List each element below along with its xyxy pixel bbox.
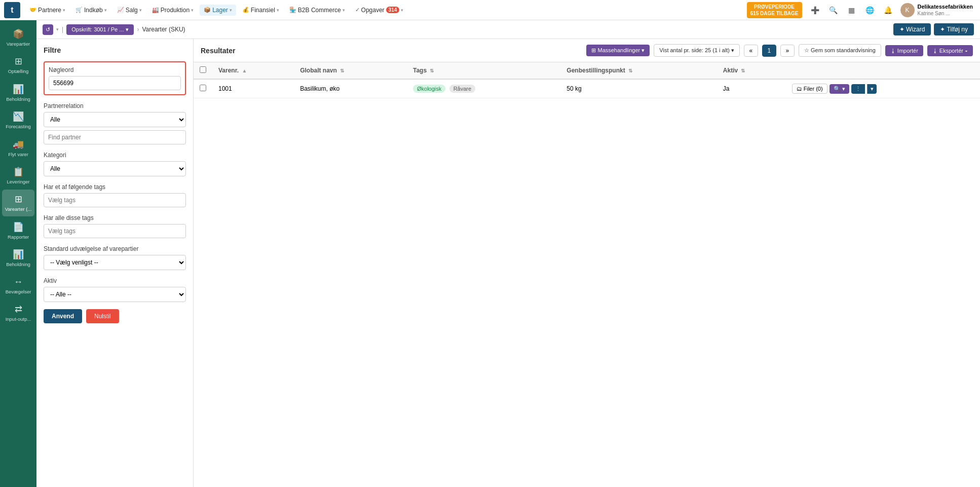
- opgaver-badge: 314: [386, 7, 400, 13]
- nav-label-opgaver: Opgaver: [361, 7, 385, 14]
- select-all-header[interactable]: [194, 62, 212, 79]
- sidebar-item-optaelling[interactable]: ⊞ Optælling: [2, 52, 34, 78]
- has-some-tags-input[interactable]: [44, 193, 186, 207]
- sort-arrow-aktiv: ⇅: [741, 68, 745, 73]
- files-button[interactable]: 🗂 Filer (0): [792, 84, 827, 94]
- apply-filter-button[interactable]: Anvend: [44, 309, 82, 323]
- page-size-button[interactable]: Vist antal pr. side: 25 (1 i alt) ▾: [654, 44, 740, 57]
- sidebar-item-input-outp[interactable]: ⇄ Input-outp...: [2, 299, 34, 326]
- category-select[interactable]: Alle: [44, 161, 186, 176]
- partnere-icon: 🤝: [29, 7, 36, 13]
- has-all-tags-input[interactable]: [44, 224, 186, 238]
- leveringer-icon: 📋: [13, 166, 24, 177]
- results-table: Varenr. ▲ Globalt navn ⇅ Tags ⇅: [194, 62, 980, 98]
- filter-actions: Anvend Nulstil: [44, 309, 186, 323]
- sidebar-item-beholdning2[interactable]: 📊 Beholdning: [2, 245, 34, 271]
- col-varenr[interactable]: Varenr. ▲: [212, 62, 294, 79]
- barcode-icon[interactable]: ▦: [845, 3, 859, 17]
- active-select[interactable]: -- Alle --: [44, 287, 186, 302]
- pagination-next-button[interactable]: »: [780, 45, 795, 57]
- mass-actions-button[interactable]: ⊞ Massehandlinger ▾: [586, 45, 650, 56]
- b2b-icon: 🏪: [289, 7, 296, 13]
- sidebar-item-rapporter[interactable]: 📄 Rapporter: [2, 217, 34, 244]
- col-aktiv[interactable]: Aktiv ⇅: [717, 62, 786, 79]
- sort-arrow-genbestilling: ⇅: [628, 68, 632, 73]
- pagination-page-button[interactable]: 1: [762, 45, 776, 57]
- select-all-checkbox[interactable]: [200, 66, 206, 73]
- row-checkbox[interactable]: [200, 85, 206, 91]
- sidebar-item-bevaegelser[interactable]: ↔ Bevægelser: [2, 273, 34, 298]
- nav-item-lager[interactable]: 📦 Lager ▾: [200, 5, 236, 16]
- pagination-prev-button[interactable]: «: [744, 45, 758, 57]
- row-search-button[interactable]: 🔍 ▾: [830, 84, 849, 94]
- row-aktiv: Ja: [717, 79, 786, 98]
- keyword-input[interactable]: [49, 76, 181, 90]
- row-genbestillingspunkt: 50 kg: [560, 79, 717, 98]
- import-button[interactable]: ⭳ Importér: [885, 45, 923, 56]
- user-info: Delikatessefabrikken Katrine Søn ...: [918, 3, 973, 17]
- trial-badge: PRØVEPERIODE 615 DAGE TILBAGE: [747, 2, 802, 18]
- add-icon[interactable]: ➕: [808, 3, 822, 17]
- indkob-icon: 🛒: [76, 7, 83, 13]
- nav-label-b2b: B2B Commerce: [298, 7, 341, 14]
- search-icon[interactable]: 🔍: [826, 3, 841, 17]
- active-filter-group: Aktiv -- Alle --: [44, 277, 186, 302]
- export-button[interactable]: ⭳ Eksportér ▾: [927, 45, 973, 56]
- user-menu[interactable]: K Delikatessefabrikken Katrine Søn ...: [897, 2, 976, 18]
- find-partner-input[interactable]: [44, 130, 186, 144]
- beholdning-icon: 📊: [13, 84, 24, 95]
- has-all-tags-group: Har alle disse tags: [44, 214, 186, 238]
- sidebar-item-flyt-varer[interactable]: 🚚 Flyt varer: [2, 135, 34, 161]
- nav-item-salg[interactable]: 📈 Salg ▾: [113, 5, 146, 16]
- results-area: Resultater ⊞ Massehandlinger ▾ Vist anta…: [194, 39, 980, 487]
- standard-selection-select[interactable]: -- Vælg venligst --: [44, 255, 186, 270]
- rapporter-icon: 📄: [13, 221, 24, 233]
- row-more-caret-button[interactable]: ▾: [867, 84, 877, 94]
- standard-selection-group: Standard udvælgelse af varepartier -- Væ…: [44, 245, 186, 270]
- col-tags[interactable]: Tags ⇅: [407, 62, 560, 79]
- sort-arrow-varenr: ▲: [242, 68, 247, 73]
- bell-icon[interactable]: 🔔: [881, 3, 895, 17]
- input-outp-icon: ⇄: [15, 304, 22, 315]
- partner-relation-select[interactable]: Alle: [44, 112, 186, 127]
- optaelling-icon: ⊞: [15, 56, 22, 67]
- row-more-button[interactable]: ⋮: [851, 84, 865, 94]
- row-checkbox-cell[interactable]: [194, 79, 212, 98]
- tag-raavare: Råvare: [449, 85, 475, 93]
- nav-item-partnere[interactable]: 🤝 Partnere ▾: [25, 5, 69, 16]
- add-new-button[interactable]: ✦ Tilføj ny: [934, 23, 974, 35]
- nav-item-produktion[interactable]: 🏭 Produktion ▾: [148, 5, 198, 16]
- top-navigation: t 🤝 Partnere ▾ 🛒 Indkøb ▾ 📈 Salg ▾ 🏭 Pro…: [0, 0, 980, 20]
- sidebar-item-varepartier[interactable]: 📦 Varepartier: [2, 24, 34, 51]
- chevron-down-icon: ▾: [126, 26, 129, 33]
- category-group: Kategori Alle: [44, 152, 186, 176]
- has-all-tags-label: Har alle disse tags: [44, 214, 186, 221]
- category-label: Kategori: [44, 152, 186, 159]
- nav-item-indkob[interactable]: 🛒 Indkøb ▾: [71, 5, 111, 16]
- sidebar-item-varearter[interactable]: ⊞ Varearter (...: [2, 190, 34, 216]
- sidebar-item-forecasting[interactable]: 📉 Forecasting: [2, 107, 34, 133]
- nav-item-b2b[interactable]: 🏪 B2B Commerce ▾: [285, 5, 349, 16]
- reset-filter-button[interactable]: Nulstil: [86, 309, 119, 323]
- content-area: Filtre Nøgleord Partnerrelation Alle Ka: [36, 39, 980, 487]
- has-some-tags-label: Har et af følgende tags: [44, 183, 186, 191]
- row-globalt-navn: Basilikum, øko: [294, 79, 407, 98]
- nav-item-opgaver[interactable]: ✓ Opgaver 314 ▾: [351, 5, 408, 16]
- partner-relation-group: Partnerrelation Alle: [44, 102, 186, 144]
- recipe-label: Opskrift: 3001 / Pe ...: [71, 26, 124, 32]
- breadcrumb-current: Varearter (SKU): [142, 26, 185, 33]
- sidebar-item-leveringer[interactable]: 📋 Leveringer: [2, 162, 34, 189]
- row-varenr: 1001: [212, 79, 294, 98]
- wizard-button[interactable]: ✦ Wizard: [893, 23, 931, 35]
- standard-view-button[interactable]: ☆ Gem som standardvisning: [799, 44, 881, 57]
- sidebar-item-beholdning[interactable]: 📊 Beholdning: [2, 80, 34, 106]
- col-genbestillingspunkt[interactable]: Genbestillingspunkt ⇅: [560, 62, 717, 79]
- sidebar: 📦 Varepartier ⊞ Optælling 📊 Beholdning 📉…: [0, 20, 36, 487]
- opgaver-icon: ✓: [355, 7, 360, 13]
- globe-icon[interactable]: 🌐: [863, 3, 877, 17]
- history-button[interactable]: ↺: [43, 24, 53, 35]
- nav-item-finansiel[interactable]: 💰 Finansiel ▾: [238, 5, 283, 16]
- results-table-wrapper: Varenr. ▲ Globalt navn ⇅ Tags ⇅: [194, 62, 980, 487]
- col-globalt-navn[interactable]: Globalt navn ⇅: [294, 62, 407, 79]
- recipe-breadcrumb-button[interactable]: Opskrift: 3001 / Pe ... ▾: [66, 24, 134, 35]
